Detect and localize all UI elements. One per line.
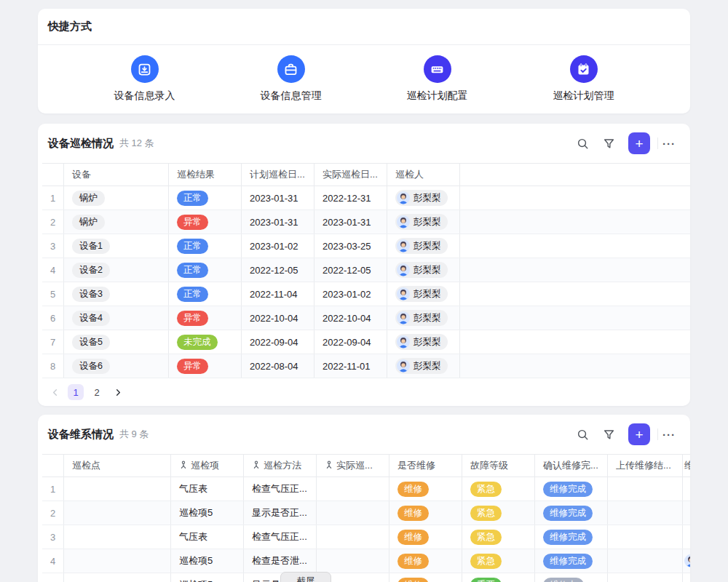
result-cell[interactable]: 正常 (169, 186, 242, 210)
table-row[interactable]: 5 巡检项5 显示是否正... 维修 重要 维修中 (42, 573, 690, 582)
table-row[interactable]: 8 设备6 异常 2022-08-04 2022-11-01 彭梨梨 (42, 354, 690, 378)
actual-date-cell[interactable]: 2022-12-31 (314, 186, 387, 210)
inspection-point-cell[interactable] (64, 477, 171, 501)
filter-button[interactable] (598, 423, 620, 445)
inspector-cell[interactable]: 彭梨梨 (387, 210, 460, 234)
column-header-inspection-method[interactable]: 巡检方法 (244, 455, 317, 477)
device-cell[interactable]: 设备4 (64, 306, 169, 330)
table-row[interactable]: 5 设备3 正常 2022-11-04 2023-01-02 彭梨梨 (42, 282, 690, 306)
planned-date-cell[interactable]: 2022-10-04 (242, 306, 314, 330)
actual-date-cell[interactable]: 2022-12-05 (314, 258, 387, 282)
column-header-clipped[interactable]: 维 (683, 455, 690, 477)
planned-date-cell[interactable]: 2022-09-04 (242, 330, 314, 354)
column-header-confirm-done[interactable]: 确认维修完... (535, 455, 608, 477)
device-cell[interactable]: 设备3 (64, 282, 169, 306)
actual-date-cell[interactable]: 2022-09-04 (314, 330, 387, 354)
shortcut-item-plan-management[interactable]: 巡检计划管理 (526, 55, 642, 103)
inspector-cell[interactable]: 彭梨梨 (387, 258, 460, 282)
inspector-cell[interactable]: 彭梨梨 (387, 282, 460, 306)
column-header-actual-date[interactable]: 实际巡检日... (314, 164, 387, 186)
actual-date-cell[interactable]: 2023-01-02 (314, 282, 387, 306)
clipped-cell[interactable] (683, 501, 690, 525)
inspection-item-cell[interactable]: 巡检项5 (171, 573, 244, 582)
shortcut-item-device-management[interactable]: 设备信息管理 (233, 55, 349, 103)
result-cell[interactable]: 正常 (169, 258, 242, 282)
search-button[interactable] (571, 132, 593, 154)
filter-button[interactable] (598, 132, 620, 154)
result-cell[interactable]: 未完成 (169, 330, 242, 354)
planned-date-cell[interactable]: 2023-01-31 (242, 186, 314, 210)
fault-level-cell[interactable]: 紧急 (462, 525, 535, 549)
result-cell[interactable]: 异常 (169, 210, 242, 234)
upload-result-cell[interactable] (608, 501, 683, 525)
table-row[interactable]: 7 设备5 未完成 2022-09-04 2022-09-04 彭梨梨 (42, 330, 690, 354)
planned-date-cell[interactable]: 2022-08-04 (242, 354, 314, 378)
actual-cell[interactable] (317, 525, 389, 549)
column-header-planned-date[interactable]: 计划巡检日... (242, 164, 314, 186)
upload-result-cell[interactable] (608, 477, 683, 501)
inspection-item-cell[interactable]: 巡检项5 (171, 501, 244, 525)
inspector-cell[interactable]: 彭梨梨 (387, 234, 460, 258)
actual-date-cell[interactable]: 2022-10-04 (314, 306, 387, 330)
inspection-method-cell[interactable]: 检查气压正... (244, 525, 317, 549)
fault-level-cell[interactable]: 紧急 (462, 501, 535, 525)
table-row[interactable]: 4 巡检项5 检查是否泄... 维修 紧急 维修完成 (42, 549, 690, 573)
confirm-done-cell[interactable]: 维修完成 (535, 501, 608, 525)
need-repair-cell[interactable]: 维修 (389, 525, 462, 549)
page-number[interactable]: 1 (68, 384, 84, 400)
need-repair-cell[interactable]: 维修 (389, 501, 462, 525)
confirm-done-cell[interactable]: 维修中 (535, 573, 608, 582)
confirm-done-cell[interactable]: 维修完成 (535, 477, 608, 501)
table-row[interactable]: 6 设备4 异常 2022-10-04 2022-10-04 彭梨梨 (42, 306, 690, 330)
add-record-button[interactable]: + (628, 423, 650, 445)
need-repair-cell[interactable]: 维修 (389, 573, 462, 582)
table-row[interactable]: 4 设备2 正常 2022-12-05 2022-12-05 彭梨梨 (42, 258, 690, 282)
inspection-method-cell[interactable]: 检查气压正... (244, 477, 317, 501)
inspection-method-cell[interactable]: 检查是否泄... (244, 549, 317, 573)
column-header-actual[interactable]: 实际巡... (317, 455, 389, 477)
result-cell[interactable]: 异常 (169, 354, 242, 378)
table-row[interactable]: 3 气压表 检查气压正... 维修 紧急 维修完成 (42, 525, 690, 549)
column-header-device[interactable]: 设备 (64, 164, 169, 186)
inspection-point-cell[interactable] (64, 549, 171, 573)
table-row[interactable]: 2 锅炉 异常 2023-01-31 2023-01-31 彭梨梨 (42, 210, 690, 234)
column-header-inspector[interactable]: 巡检人 (387, 164, 460, 186)
actual-date-cell[interactable]: 2022-11-01 (314, 354, 387, 378)
column-header-inspection-point[interactable]: 巡检点 (64, 455, 171, 477)
need-repair-cell[interactable]: 维修 (389, 477, 462, 501)
inspector-cell[interactable]: 彭梨梨 (387, 330, 460, 354)
actual-date-cell[interactable]: 2023-03-25 (314, 234, 387, 258)
table-row[interactable]: 1 气压表 检查气压正... 维修 紧急 维修完成 (42, 477, 690, 501)
column-header-inspection-item[interactable]: 巡检项 (171, 455, 244, 477)
confirm-done-cell[interactable]: 维修完成 (535, 549, 608, 573)
clipped-cell[interactable] (683, 525, 690, 549)
inspection-item-cell[interactable]: 巡检项5 (171, 549, 244, 573)
table-row[interactable]: 2 巡检项5 显示是否正... 维修 紧急 维修完成 (42, 501, 690, 525)
inspection-method-cell[interactable]: 显示是否正... (244, 501, 317, 525)
device-cell[interactable]: 设备5 (64, 330, 169, 354)
clipped-cell[interactable] (683, 573, 690, 582)
fault-level-cell[interactable]: 紧急 (462, 477, 535, 501)
inspection-point-cell[interactable] (64, 525, 171, 549)
need-repair-cell[interactable]: 维修 (389, 549, 462, 573)
more-button[interactable]: ··· (658, 137, 680, 150)
upload-result-cell[interactable] (608, 549, 683, 573)
planned-date-cell[interactable]: 2022-12-05 (242, 258, 314, 282)
result-cell[interactable]: 正常 (169, 234, 242, 258)
planned-date-cell[interactable]: 2023-01-31 (242, 210, 314, 234)
table-row[interactable]: 3 设备1 正常 2023-01-02 2023-03-25 彭梨梨 (42, 234, 690, 258)
table-row[interactable]: 1 锅炉 正常 2023-01-31 2022-12-31 彭梨梨 (42, 186, 690, 210)
more-button[interactable]: ··· (658, 428, 680, 441)
column-header-need-repair[interactable]: 是否维修 (389, 455, 462, 477)
column-header-upload-result[interactable]: 上传维修结... (608, 455, 683, 477)
inspector-cell[interactable]: 彭梨梨 (387, 306, 460, 330)
column-header-result[interactable]: 巡检结果 (169, 164, 242, 186)
result-cell[interactable]: 异常 (169, 306, 242, 330)
inspection-item-cell[interactable]: 气压表 (171, 477, 244, 501)
page-next-button[interactable] (110, 384, 126, 400)
upload-result-cell[interactable] (608, 525, 683, 549)
inspector-cell[interactable]: 彭梨梨 (387, 354, 460, 378)
inspection-point-cell[interactable] (64, 573, 171, 582)
result-cell[interactable]: 正常 (169, 282, 242, 306)
fault-level-cell[interactable]: 重要 (462, 573, 535, 582)
